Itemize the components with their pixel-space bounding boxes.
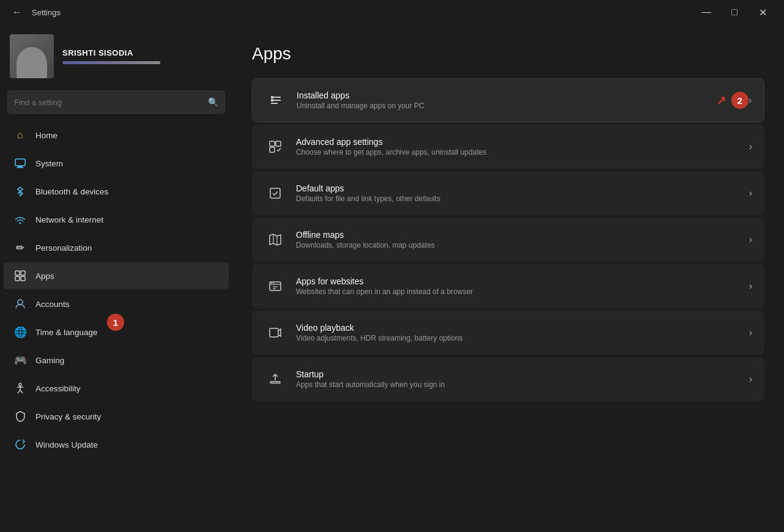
settings-item-startup[interactable]: Startup Apps that start automatically wh… [252,357,764,401]
sidebar-item-network[interactable]: Network & internet [4,206,229,233]
startup-icon [264,368,286,390]
startup-title: Startup [296,369,749,379]
startup-desc: Apps that start automatically when you s… [296,380,749,389]
sidebar-item-time[interactable]: 🌐 Time & language [4,319,229,345]
sidebar-label-gaming: Gaming [35,356,64,365]
sidebar-item-privacy[interactable]: Privacy & security [4,403,229,430]
svg-line-13 [20,390,23,393]
accounts-icon [13,297,27,311]
default-title: Default apps [296,183,749,193]
sidebar-label-privacy: Privacy & security [35,412,101,421]
installed-apps-title: Installed apps [297,91,716,100]
sidebar-item-gaming[interactable]: 🎮 Gaming [4,347,229,374]
svg-rect-2 [17,168,24,168]
avatar [10,34,54,78]
sidebar-label-accounts: Accounts [35,300,70,309]
page-title: Apps [252,44,764,64]
sidebar-item-accessibility[interactable]: Accessibility [4,375,229,402]
default-apps-icon [264,182,286,204]
maps-desc: Downloads, storage location, map updates [296,241,749,249]
advanced-icon [264,136,286,158]
svg-point-9 [19,383,21,386]
advanced-title: Advanced app settings [296,137,749,147]
default-chevron: › [749,188,752,199]
video-chevron: › [749,327,752,338]
badge-2-arrow: ↗ [716,93,727,108]
sidebar-label-accessibility: Accessibility [35,384,81,393]
search-box[interactable]: 🔍 [7,91,225,114]
sidebar-label-apps: Apps [35,272,54,281]
network-icon [13,213,27,226]
sidebar-item-home[interactable]: ⌂ Home [4,122,229,149]
user-name: SRISHTI SISODIA [62,48,223,57]
close-button[interactable]: ✕ [749,2,777,22]
maps-chevron: › [749,234,752,245]
settings-item-installed-apps[interactable]: Installed apps Uninstall and manage apps… [252,78,764,122]
video-title: Video playback [296,323,749,333]
svg-rect-6 [15,276,20,281]
settings-item-websites[interactable]: Apps for websites Websites that can open… [252,264,764,308]
sidebar-label-home: Home [35,131,57,140]
svg-rect-21 [270,147,275,152]
advanced-chevron: › [749,141,752,152]
user-profile[interactable]: SRISHTI SISODIA [0,24,232,91]
window-controls: — □ ✕ [692,2,777,22]
search-input[interactable] [14,98,208,107]
sidebar-label-update: Windows Update [35,440,98,449]
time-icon: 🌐 [13,325,27,339]
personalization-icon: ✏ [13,241,27,254]
sidebar-item-system[interactable]: System [4,150,229,177]
startup-chevron: › [749,374,752,385]
maps-text: Offline maps Downloads, storage location… [296,230,749,249]
user-status-bar [62,61,160,64]
installed-apps-text: Installed apps Uninstall and manage apps… [297,91,716,110]
svg-point-27 [271,283,272,284]
sidebar-item-personalization[interactable]: ✏ Personalization [4,234,229,261]
websites-title: Apps for websites [296,276,749,286]
websites-icon [264,275,286,297]
svg-rect-29 [270,328,278,337]
video-text: Video playback Video adjustments, HDR st… [296,323,749,342]
svg-rect-7 [21,276,25,281]
maps-title: Offline maps [296,230,749,240]
settings-item-advanced[interactable]: Advanced app settings Choose where to ge… [252,125,764,169]
startup-text: Startup Apps that start automatically wh… [296,369,749,389]
svg-rect-22 [270,188,280,198]
back-button[interactable]: ← [7,2,27,22]
svg-marker-23 [270,234,281,245]
sidebar-label-bluetooth: Bluetooth & devices [35,187,108,196]
sidebar-item-update[interactable]: Windows Update [4,431,229,458]
video-icon [264,322,286,344]
minimize-button[interactable]: — [692,2,720,22]
sidebar-item-accounts[interactable]: Accounts [4,290,229,317]
svg-rect-20 [276,141,281,146]
badge-2: 2 [731,92,749,109]
sidebar-item-bluetooth[interactable]: Bluetooth & devices [4,178,229,205]
installed-apps-chevron: › [749,95,752,106]
svg-point-8 [18,300,23,305]
svg-rect-17 [271,96,273,98]
websites-desc: Websites that can open in an app instead… [296,287,749,296]
settings-list: Installed apps Uninstall and manage apps… [252,78,764,401]
svg-rect-18 [271,99,273,102]
gaming-icon: 🎮 [13,353,27,367]
settings-item-default[interactable]: Default apps Defaults for file and link … [252,171,764,215]
update-icon [13,438,27,451]
system-icon [13,157,27,170]
settings-item-video[interactable]: Video playback Video adjustments, HDR st… [252,311,764,355]
bluetooth-icon [13,185,27,198]
websites-text: Apps for websites Websites that can open… [296,276,749,296]
svg-rect-5 [21,271,25,275]
maximize-button[interactable]: □ [720,2,749,22]
settings-item-maps[interactable]: Offline maps Downloads, storage location… [252,218,764,262]
sidebar-item-apps[interactable]: Apps [4,262,229,289]
advanced-desc: Choose where to get apps, archive apps, … [296,148,749,157]
svg-point-3 [20,223,21,224]
content-area: Apps Installed apps Uninstall and manage… [232,24,784,532]
svg-rect-4 [15,271,20,275]
app-title: Settings [32,8,61,17]
svg-line-12 [18,390,20,393]
svg-rect-30 [270,382,280,383]
svg-point-28 [273,283,275,284]
accessibility-icon [13,382,27,395]
